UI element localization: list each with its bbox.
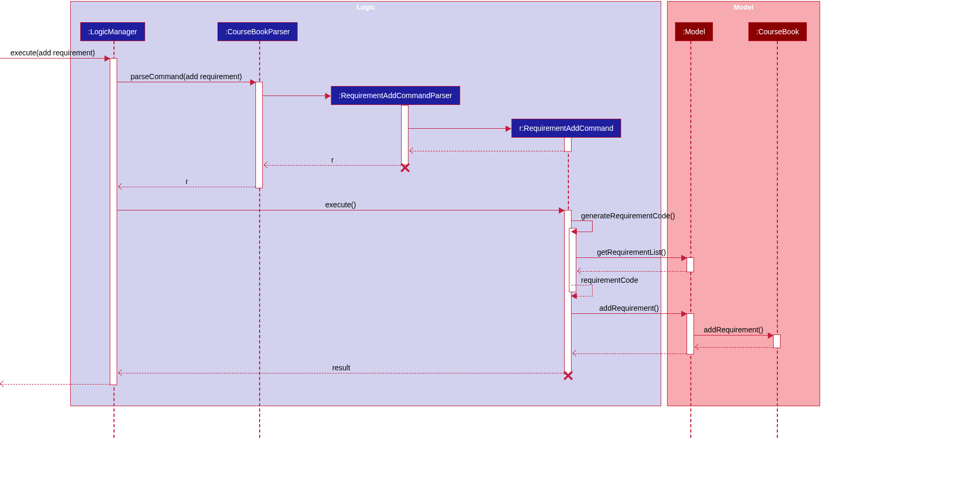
destroy-cmd: ✕ bbox=[562, 367, 574, 385]
msg-generatereqcode: generateRequirementCode() bbox=[572, 221, 593, 232]
lifeline-coursebook bbox=[777, 41, 778, 438]
participant-reqaddparser: :RequirementAddCommandParser bbox=[331, 86, 460, 105]
participant-model: :Model bbox=[675, 22, 713, 41]
activation-logicmanager bbox=[110, 58, 117, 385]
activation-reqaddcmd-1 bbox=[564, 137, 572, 152]
participant-reqaddcmd: r:RequirementAddCommand bbox=[511, 119, 621, 138]
frame-logic-label: Logic bbox=[357, 3, 375, 11]
frame-model-label: Model bbox=[734, 3, 754, 11]
activation-model-2 bbox=[687, 313, 694, 355]
activation-coursebook bbox=[773, 334, 781, 348]
participant-coursebookparser: :CourseBookParser bbox=[217, 22, 298, 41]
participant-logicmanager: :LogicManager bbox=[80, 22, 145, 41]
activation-reqaddparser bbox=[401, 105, 408, 165]
msg-reqcode: requirementCode bbox=[572, 285, 593, 296]
participant-coursebook: :CourseBook bbox=[748, 22, 807, 41]
activation-model-1 bbox=[687, 257, 694, 272]
destroy-parser: ✕ bbox=[399, 159, 411, 177]
frame-logic: Logic bbox=[70, 1, 661, 406]
activation-reqaddcmd-3 bbox=[569, 228, 576, 292]
activation-coursebookparser bbox=[255, 82, 263, 188]
lifeline-model bbox=[690, 41, 691, 438]
